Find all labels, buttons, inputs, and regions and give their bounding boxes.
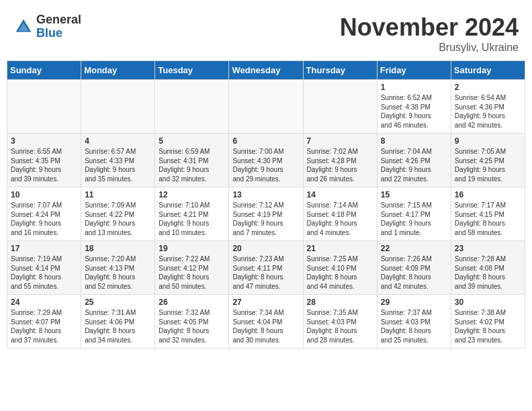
calendar-cell bbox=[229, 80, 303, 134]
calendar-cell bbox=[303, 80, 377, 134]
day-info: Sunrise: 7:09 AM Sunset: 4:22 PM Dayligh… bbox=[85, 201, 151, 237]
calendar-week-row: 10Sunrise: 7:07 AM Sunset: 4:24 PM Dayli… bbox=[7, 187, 525, 241]
day-info: Sunrise: 7:31 AM Sunset: 4:06 PM Dayligh… bbox=[85, 308, 151, 345]
day-number: 6 bbox=[232, 136, 299, 146]
day-info: Sunrise: 7:02 AM Sunset: 4:28 PM Dayligh… bbox=[307, 147, 373, 183]
day-number: 4 bbox=[85, 136, 151, 146]
day-number: 23 bbox=[455, 244, 521, 253]
day-info: Sunrise: 6:52 AM Sunset: 4:38 PM Dayligh… bbox=[381, 93, 447, 130]
day-number: 25 bbox=[85, 298, 151, 307]
day-info: Sunrise: 7:10 AM Sunset: 4:21 PM Dayligh… bbox=[159, 201, 225, 237]
day-info: Sunrise: 7:32 AM Sunset: 4:05 PM Dayligh… bbox=[159, 308, 225, 345]
day-info: Sunrise: 7:04 AM Sunset: 4:26 PM Dayligh… bbox=[381, 147, 447, 183]
day-number: 20 bbox=[232, 244, 299, 253]
calendar-cell: 15Sunrise: 7:15 AM Sunset: 4:17 PM Dayli… bbox=[377, 187, 451, 241]
calendar-cell: 28Sunrise: 7:35 AM Sunset: 4:03 PM Dayli… bbox=[303, 295, 377, 349]
logo: General Blue bbox=[13, 13, 81, 40]
day-info: Sunrise: 7:07 AM Sunset: 4:24 PM Dayligh… bbox=[11, 201, 77, 237]
day-number: 11 bbox=[85, 190, 151, 199]
day-number: 3 bbox=[11, 136, 77, 146]
day-info: Sunrise: 7:34 AM Sunset: 4:04 PM Dayligh… bbox=[232, 308, 299, 345]
weekday-header-monday: Monday bbox=[81, 61, 155, 80]
logo-icon bbox=[13, 17, 34, 37]
day-info: Sunrise: 7:26 AM Sunset: 4:09 PM Dayligh… bbox=[381, 255, 447, 291]
day-number: 27 bbox=[232, 298, 299, 307]
calendar-cell: 4Sunrise: 6:57 AM Sunset: 4:33 PM Daylig… bbox=[81, 134, 155, 187]
calendar-cell: 19Sunrise: 7:22 AM Sunset: 4:12 PM Dayli… bbox=[155, 241, 229, 295]
day-info: Sunrise: 6:59 AM Sunset: 4:31 PM Dayligh… bbox=[159, 147, 225, 183]
day-number: 7 bbox=[307, 136, 373, 146]
day-number: 29 bbox=[381, 298, 447, 307]
day-number: 1 bbox=[381, 83, 447, 92]
day-number: 14 bbox=[307, 190, 373, 199]
calendar-cell: 11Sunrise: 7:09 AM Sunset: 4:22 PM Dayli… bbox=[81, 187, 155, 241]
calendar-cell: 10Sunrise: 7:07 AM Sunset: 4:24 PM Dayli… bbox=[7, 187, 81, 241]
calendar-week-row: 17Sunrise: 7:19 AM Sunset: 4:14 PM Dayli… bbox=[7, 241, 525, 295]
day-number: 15 bbox=[381, 190, 447, 199]
calendar-cell: 2Sunrise: 6:54 AM Sunset: 4:36 PM Daylig… bbox=[451, 80, 525, 134]
day-info: Sunrise: 7:23 AM Sunset: 4:11 PM Dayligh… bbox=[232, 255, 299, 291]
calendar-cell: 1Sunrise: 6:52 AM Sunset: 4:38 PM Daylig… bbox=[377, 80, 451, 134]
day-info: Sunrise: 7:28 AM Sunset: 4:08 PM Dayligh… bbox=[455, 255, 521, 291]
calendar-cell: 26Sunrise: 7:32 AM Sunset: 4:05 PM Dayli… bbox=[155, 295, 229, 349]
calendar-cell: 16Sunrise: 7:17 AM Sunset: 4:15 PM Dayli… bbox=[451, 187, 525, 241]
calendar-cell: 14Sunrise: 7:14 AM Sunset: 4:18 PM Dayli… bbox=[303, 187, 377, 241]
calendar-cell: 5Sunrise: 6:59 AM Sunset: 4:31 PM Daylig… bbox=[155, 134, 229, 187]
day-info: Sunrise: 6:57 AM Sunset: 4:33 PM Dayligh… bbox=[85, 147, 151, 183]
day-number: 17 bbox=[11, 244, 77, 253]
calendar-week-row: 24Sunrise: 7:29 AM Sunset: 4:07 PM Dayli… bbox=[7, 295, 525, 349]
day-info: Sunrise: 7:05 AM Sunset: 4:25 PM Dayligh… bbox=[455, 147, 521, 183]
day-number: 21 bbox=[307, 244, 373, 253]
day-number: 16 bbox=[455, 190, 521, 199]
calendar-cell: 18Sunrise: 7:20 AM Sunset: 4:13 PM Dayli… bbox=[81, 241, 155, 295]
calendar-cell bbox=[155, 80, 229, 134]
day-info: Sunrise: 7:37 AM Sunset: 4:03 PM Dayligh… bbox=[381, 308, 447, 345]
day-number: 13 bbox=[232, 190, 299, 199]
day-number: 22 bbox=[381, 244, 447, 253]
day-number: 9 bbox=[455, 136, 521, 146]
weekday-header-friday: Friday bbox=[377, 61, 451, 80]
calendar-cell: 29Sunrise: 7:37 AM Sunset: 4:03 PM Dayli… bbox=[377, 295, 451, 349]
weekday-header-row: SundayMondayTuesdayWednesdayThursdayFrid… bbox=[7, 61, 525, 80]
calendar-cell bbox=[7, 80, 81, 134]
calendar-cell bbox=[81, 80, 155, 134]
calendar-cell: 20Sunrise: 7:23 AM Sunset: 4:11 PM Dayli… bbox=[229, 241, 303, 295]
logo-text: General Blue bbox=[36, 13, 81, 40]
weekday-header-thursday: Thursday bbox=[303, 61, 377, 80]
logo-general: General bbox=[36, 13, 81, 27]
day-info: Sunrise: 6:55 AM Sunset: 4:35 PM Dayligh… bbox=[11, 147, 77, 183]
calendar-cell: 21Sunrise: 7:25 AM Sunset: 4:10 PM Dayli… bbox=[303, 241, 377, 295]
calendar-table: SundayMondayTuesdayWednesdayThursdayFrid… bbox=[7, 60, 525, 349]
location: Brusyliv, Ukraine bbox=[340, 42, 519, 54]
day-number: 26 bbox=[159, 298, 225, 307]
calendar-week-row: 1Sunrise: 6:52 AM Sunset: 4:38 PM Daylig… bbox=[7, 80, 525, 134]
title-section: November 2024 Brusyliv, Ukraine bbox=[340, 13, 519, 54]
calendar-cell: 6Sunrise: 7:00 AM Sunset: 4:30 PM Daylig… bbox=[229, 134, 303, 187]
day-number: 28 bbox=[307, 298, 373, 307]
weekday-header-tuesday: Tuesday bbox=[155, 61, 229, 80]
day-number: 19 bbox=[159, 244, 225, 253]
calendar-cell: 8Sunrise: 7:04 AM Sunset: 4:26 PM Daylig… bbox=[377, 134, 451, 187]
day-number: 18 bbox=[85, 244, 151, 253]
calendar-cell: 22Sunrise: 7:26 AM Sunset: 4:09 PM Dayli… bbox=[377, 241, 451, 295]
page-header: General Blue November 2024 Brusyliv, Ukr… bbox=[7, 7, 525, 57]
day-info: Sunrise: 7:00 AM Sunset: 4:30 PM Dayligh… bbox=[232, 147, 299, 183]
day-number: 8 bbox=[381, 136, 447, 146]
day-info: Sunrise: 7:25 AM Sunset: 4:10 PM Dayligh… bbox=[307, 255, 373, 291]
logo-blue: Blue bbox=[36, 27, 81, 40]
day-number: 10 bbox=[11, 190, 77, 199]
calendar-cell: 30Sunrise: 7:38 AM Sunset: 4:02 PM Dayli… bbox=[451, 295, 525, 349]
day-info: Sunrise: 7:12 AM Sunset: 4:19 PM Dayligh… bbox=[232, 201, 299, 237]
day-info: Sunrise: 7:14 AM Sunset: 4:18 PM Dayligh… bbox=[307, 201, 373, 237]
calendar-cell: 24Sunrise: 7:29 AM Sunset: 4:07 PM Dayli… bbox=[7, 295, 81, 349]
calendar-cell: 27Sunrise: 7:34 AM Sunset: 4:04 PM Dayli… bbox=[229, 295, 303, 349]
day-info: Sunrise: 7:29 AM Sunset: 4:07 PM Dayligh… bbox=[11, 308, 77, 345]
calendar-cell: 12Sunrise: 7:10 AM Sunset: 4:21 PM Dayli… bbox=[155, 187, 229, 241]
calendar-cell: 9Sunrise: 7:05 AM Sunset: 4:25 PM Daylig… bbox=[451, 134, 525, 187]
day-number: 30 bbox=[455, 298, 521, 307]
day-number: 12 bbox=[159, 190, 225, 199]
day-info: Sunrise: 7:17 AM Sunset: 4:15 PM Dayligh… bbox=[455, 201, 521, 237]
calendar-cell: 23Sunrise: 7:28 AM Sunset: 4:08 PM Dayli… bbox=[451, 241, 525, 295]
day-info: Sunrise: 7:19 AM Sunset: 4:14 PM Dayligh… bbox=[11, 255, 77, 291]
weekday-header-wednesday: Wednesday bbox=[229, 61, 303, 80]
